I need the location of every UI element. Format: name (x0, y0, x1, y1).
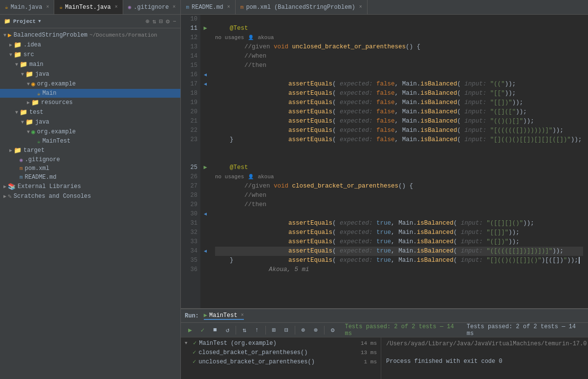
tree-scratches-label: Scratches and Consoles (14, 193, 91, 200)
tab-close-main-java[interactable]: × (46, 4, 49, 10)
tree-root-label: BalancedStringProblem (14, 32, 87, 39)
tab-close-maintest-java[interactable]: × (115, 4, 118, 10)
tree-java-test-label: java (35, 119, 49, 126)
java-file-icon: ☕ (37, 138, 41, 145)
tree-item-pom[interactable]: ▶ m pom.xml (0, 164, 180, 173)
toolbar-sep-4 (324, 326, 325, 335)
tab-gitignore[interactable]: ◉ .gitignore × (123, 0, 181, 14)
line-numbers: 10 11 12 13 14 15 16 17 18 19 20 21 22 2… (181, 15, 200, 308)
run-check-btn[interactable]: ✓ (197, 325, 208, 336)
tree-item-ext-libs[interactable]: ▶ 📚 External Libraries (0, 182, 180, 191)
run-expand-btn[interactable]: ⊞ (269, 325, 280, 336)
run-tab-maintest[interactable]: ▶ MainTest × (204, 312, 244, 320)
tests-passed-text: Tests passed: 2 of 2 tests — 14 ms (467, 323, 584, 337)
chevron-right-icon: ▶ (25, 100, 31, 105)
run-play-btn[interactable]: ▶ (185, 325, 196, 336)
md-icon: m (186, 4, 189, 10)
run-stop-btn[interactable]: ■ (210, 325, 220, 336)
filter-btn[interactable]: ⊟ (159, 18, 163, 25)
tree-ext-libs-label: External Libraries (18, 183, 81, 190)
tree-item-src[interactable]: ▼ 📁 src (0, 50, 180, 60)
chevron-down-icon: ▼ (14, 62, 20, 67)
toolbar-sep-3 (295, 326, 295, 335)
tree-resources-label: resources (41, 99, 73, 106)
run-tree-item-unclosed[interactable]: ✓ unclosed_bracket_or_parentheses() 1 ms (181, 357, 381, 366)
run-tree-closed-time: 13 ms (361, 350, 377, 356)
tree-item-java-test[interactable]: ▼ 📁 java (0, 117, 180, 127)
check-icon-unclosed: ✓ (193, 358, 196, 365)
tree-item-resources[interactable]: ▶ 📁 resources (0, 98, 180, 107)
code-line-10: no usages 👤 akoua (215, 15, 583, 24)
tree-item-scratches[interactable]: ▶ ✎ Scratches and Consoles (0, 191, 180, 201)
run-gutter-btn-2[interactable]: ▶ (203, 163, 207, 172)
chevron-down-icon: ▼ (25, 82, 31, 87)
tab-main-java[interactable]: ☕ Main.java × (0, 0, 54, 14)
tab-close-pom[interactable]: × (359, 4, 362, 10)
tab-pom-xml[interactable]: m pom.xml (BalancedStringProblem) × (236, 0, 368, 14)
tree-gitignore-label: .gitignore (25, 156, 60, 163)
run-label: Run: (185, 313, 199, 319)
run-collapse-btn[interactable]: ⊟ (281, 325, 292, 336)
tree-root[interactable]: ▼ ▶ BalancedStringProblem ~/Documents/Fo… (0, 30, 180, 40)
run-tree-closed-label: closed_bracket_or_parentheses() (198, 349, 307, 356)
folder-icon: 📁 (31, 99, 39, 106)
run-settings-btn[interactable]: ⚙ (327, 325, 338, 336)
settings-btn[interactable]: ⚙ (166, 18, 170, 25)
java-icon: ☕ (5, 4, 8, 10)
tree-item-org-example-test[interactable]: ▼ ◉ org.example (0, 127, 180, 137)
file-tree: ▼ ▶ BalancedStringProblem ~/Documents/Fo… (0, 28, 180, 203)
chevron-right-icon: ▶ (2, 193, 8, 199)
user-icon-2: 👤 (248, 172, 254, 182)
run-rerun-btn[interactable]: ↺ (222, 325, 233, 336)
run-gutter-btn-1[interactable]: ▶ (203, 24, 207, 33)
output-line-1: /Users/ayad/Library/Java/JavaVirtualMach… (386, 339, 583, 348)
code-line-14: //when (215, 52, 583, 61)
tree-item-target[interactable]: ▶ 📁 target (0, 146, 180, 155)
folder-icon: 📁 (20, 61, 27, 68)
tab-close-gitignore[interactable]: × (173, 4, 175, 10)
tree-item-java[interactable]: ▼ 📁 java (0, 69, 180, 79)
run-tree-root-time: 14 ms (361, 340, 377, 346)
run-import-btn[interactable]: ⊗ (310, 325, 321, 336)
folder-icon: ▶ (8, 31, 12, 39)
code-line-15: //then (215, 61, 583, 70)
tree-org-example-test-label: org.example (37, 128, 76, 135)
tree-item-main[interactable]: ▼ 📁 main (0, 60, 180, 69)
tree-pom-label: pom.xml (25, 165, 49, 172)
tree-item-test[interactable]: ▼ 📁 test (0, 107, 180, 117)
code-line-30: assertEquals( expected: true, Main.isBal… (215, 210, 583, 219)
tree-item-maintest[interactable]: ▶ ☕ MainTest (0, 137, 180, 146)
run-export-btn[interactable]: ⊕ (298, 325, 309, 336)
code-lines[interactable]: no usages 👤 akoua @Test void unclosed_br… (210, 15, 588, 308)
tree-item-main-file[interactable]: ▶ ☕ Main (0, 89, 180, 98)
gutter-marker-16: ◀ (204, 80, 207, 89)
tree-test-label: test (29, 109, 44, 116)
code-line-blank-1 (215, 145, 583, 154)
tab-close-readme[interactable]: × (227, 4, 230, 10)
package-icon: ◉ (31, 80, 35, 88)
tree-item-gitignore[interactable]: ▶ ◉ .gitignore (0, 155, 180, 164)
bottom-panel: Run: ▶ MainTest × ▶ ✓ ■ ↺ ⇅ ↑ ⊞ ⊟ (181, 308, 588, 379)
tree-item-readme[interactable]: ▶ m README.md (0, 173, 180, 182)
run-tab-close-btn[interactable]: × (241, 313, 244, 318)
chevron-down-icon: ▼ (2, 33, 8, 38)
collapse-all-btn[interactable]: ⇅ (152, 18, 156, 25)
run-tree-item-closed[interactable]: ✓ closed_bracket_or_parentheses() 13 ms (181, 348, 381, 357)
tab-readme[interactable]: m README.md × (181, 0, 235, 14)
run-sort-btn-1[interactable]: ⇅ (239, 325, 250, 336)
tree-main-file-label: Main (43, 90, 57, 97)
run-tree-item-root[interactable]: ▼ ✓ MainTest (org.example) 14 ms (181, 338, 381, 348)
run-tree-root-label: MainTest (org.example) (199, 340, 276, 347)
sidebar-title: 📁 Project ▼ (4, 18, 41, 24)
tree-src-label: src (23, 51, 34, 58)
tab-maintest-java[interactable]: ☕ MainTest.java × (54, 0, 123, 14)
no-usages-label-1: no usages (215, 33, 244, 42)
code-area[interactable]: 10 11 12 13 14 15 16 17 18 19 20 21 22 2… (181, 15, 588, 308)
tree-item-idea[interactable]: ▶ 📁 .idea (0, 40, 180, 50)
gutter-marker-30: ◀ (204, 210, 207, 219)
run-sort-btn-2[interactable]: ↑ (252, 325, 262, 336)
minimize-btn[interactable]: – (173, 18, 176, 25)
locate-file-btn[interactable]: ⊕ (146, 18, 150, 25)
tree-item-org-example-main[interactable]: ▼ ◉ org.example (0, 79, 180, 89)
folder-icon: 📁 (14, 51, 22, 59)
